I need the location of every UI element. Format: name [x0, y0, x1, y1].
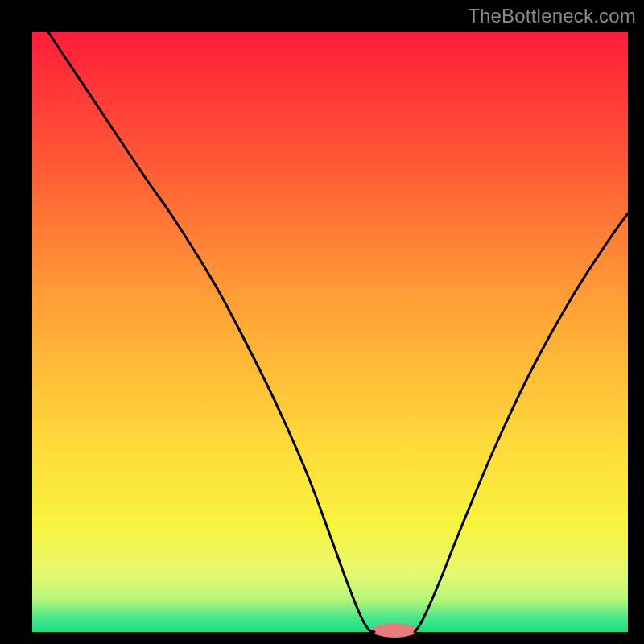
bottleneck-chart-svg — [0, 0, 644, 644]
optimal-marker — [372, 623, 417, 638]
watermark-text: TheBottleneck.com — [468, 5, 636, 27]
chart-container: TheBottleneck.com — [0, 0, 644, 644]
plot-background — [32, 32, 628, 632]
